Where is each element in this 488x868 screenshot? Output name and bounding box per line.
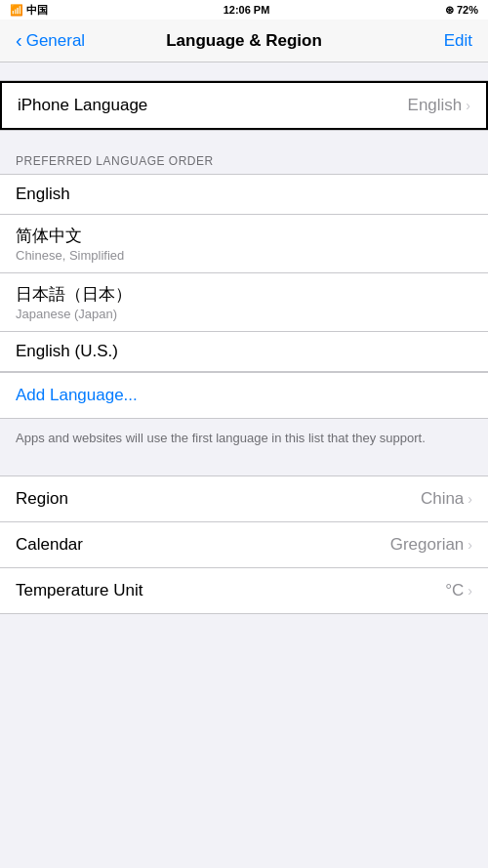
iphone-language-value-text: English — [408, 96, 463, 115]
language-item-chinese[interactable]: 简体中文 Chinese, Simplified — [0, 215, 488, 273]
nav-bar: ‹ General Language & Region Edit — [0, 20, 488, 62]
language-name-japanese: 日本語（日本） — [16, 283, 472, 306]
temperature-unit-value: °C › — [445, 581, 472, 600]
preferred-language-section: PREFERRED LANGUAGE ORDER English 简体中文 Ch… — [0, 148, 488, 458]
edit-button[interactable]: Edit — [444, 31, 472, 51]
back-chevron-icon: ‹ — [16, 30, 22, 50]
bottom-section: Region China › Calendar Gregorian › Temp… — [0, 475, 488, 614]
iphone-language-label: iPhone Language — [18, 96, 147, 115]
language-name-chinese: 简体中文 — [16, 225, 472, 247]
iphone-language-value: English › — [408, 96, 470, 115]
temperature-unit-chevron-icon: › — [468, 583, 472, 599]
carrier-text: 📶 中国 — [10, 3, 48, 18]
temperature-unit-value-text: °C — [445, 581, 464, 600]
language-info-text: Apps and websites will use the first lan… — [0, 419, 488, 458]
add-language-button[interactable]: Add Language... — [0, 373, 488, 418]
calendar-value: Gregorian › — [390, 535, 472, 555]
language-name-english-us: English (U.S.) — [16, 342, 472, 361]
status-time: 12:06 PM — [224, 4, 270, 16]
language-item-english-us[interactable]: English (U.S.) — [0, 332, 488, 371]
preferred-language-header: PREFERRED LANGUAGE ORDER — [0, 148, 488, 174]
calendar-chevron-icon: › — [468, 537, 472, 553]
status-right: ⊛ 72% — [445, 4, 478, 17]
calendar-label: Calendar — [16, 535, 83, 555]
language-list: English 简体中文 Chinese, Simplified 日本語（日本）… — [0, 174, 488, 372]
battery-text: ⊛ 72% — [445, 4, 478, 17]
language-item-english[interactable]: English — [0, 175, 488, 215]
language-item-japanese[interactable]: 日本語（日本） Japanese (Japan) — [0, 273, 488, 332]
region-value-text: China — [421, 489, 464, 509]
temperature-unit-cell[interactable]: Temperature Unit °C › — [0, 568, 488, 613]
language-name-english: English — [16, 185, 472, 204]
calendar-value-text: Gregorian — [390, 535, 465, 555]
calendar-cell[interactable]: Calendar Gregorian › — [0, 522, 488, 568]
region-label: Region — [16, 489, 68, 509]
language-sub-chinese: Chinese, Simplified — [16, 248, 472, 263]
page-title: Language & Region — [166, 31, 322, 51]
temperature-unit-label: Temperature Unit — [16, 581, 142, 600]
iphone-language-cell[interactable]: iPhone Language English › — [0, 81, 488, 130]
status-left: 📶 中国 — [10, 3, 48, 18]
region-chevron-icon: › — [468, 491, 472, 507]
back-button[interactable]: ‹ General — [16, 31, 85, 51]
language-sub-japanese: Japanese (Japan) — [16, 307, 472, 321]
region-group: Region China › Calendar Gregorian › Temp… — [0, 475, 488, 614]
region-cell[interactable]: Region China › — [0, 476, 488, 522]
add-language-label: Add Language... — [16, 386, 138, 405]
back-label: General — [26, 31, 85, 51]
iphone-language-chevron-icon: › — [466, 98, 470, 113]
status-bar: 📶 中国 12:06 PM ⊛ 72% — [0, 0, 488, 20]
region-value: China › — [421, 489, 472, 509]
